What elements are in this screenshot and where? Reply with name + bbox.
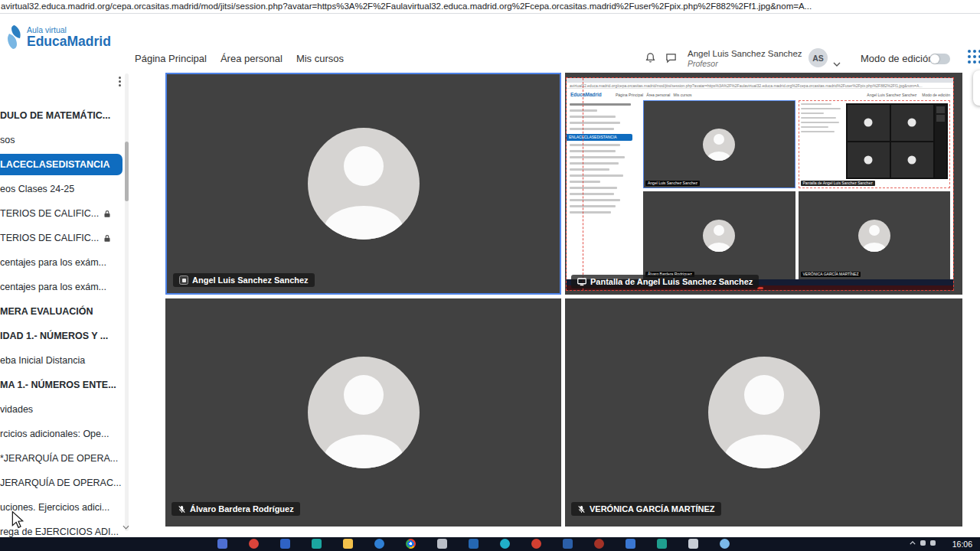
mini-sidebar-text-line <box>570 199 620 201</box>
sidebar-item[interactable]: IDAD 1.- NÚMEROS Y ... <box>0 324 122 348</box>
mini-sidebar-text-line <box>570 109 597 112</box>
video-tile-participant-3[interactable]: VERÓNICA GARCÍA MARTÍNEZ <box>565 298 962 527</box>
mini-sidebar: ENLACECLASEDISTANCIA <box>567 100 640 279</box>
windows-taskbar: 16:06 <box>0 537 980 551</box>
mini-sidebar-text-line <box>570 156 625 158</box>
mic-muted-icon <box>178 505 186 514</box>
apps-grid-icon[interactable] <box>968 50 980 64</box>
app-icon-12[interactable] <box>657 539 667 549</box>
mini-nested-text-line <box>801 103 831 105</box>
sidebar-item[interactable]: centajes para los exám... <box>0 275 122 299</box>
network-icon[interactable] <box>920 540 926 546</box>
system-tray <box>910 540 936 546</box>
mini-avatar <box>703 220 735 252</box>
folder-icon[interactable] <box>343 539 353 549</box>
course-index-sidebar: DULO DE MATEMÁTIC...sosLACECLASEDISTANCI… <box>0 67 130 537</box>
nav-pagina-principal[interactable]: Página Principal <box>135 53 207 64</box>
app-icon-7[interactable] <box>500 539 510 549</box>
app-icon-6[interactable] <box>469 539 479 549</box>
nav-mis-cursos[interactable]: Mis cursos <box>296 53 344 64</box>
educamadrid-logo[interactable]: Aula virtual EducaMadrid <box>6 24 111 51</box>
sidebar-item[interactable]: *JERARQUÍA DE OPERA... <box>0 446 122 471</box>
mini-user-area: Angel Luis Sanchez Sanchez Modo de edici… <box>867 93 950 97</box>
participant-name: VERÓNICA GARCÍA MARTÍNEZ <box>590 504 715 514</box>
mini-tile-screenshare: Pantalla de Angel Luis Sanchez Sanchez <box>799 100 951 188</box>
mini-sidebar-text-line <box>570 128 614 130</box>
app-icon-11[interactable] <box>626 539 635 549</box>
participant-name: Álvaro Bardera Rodríguez <box>190 504 294 514</box>
nav-area-personal[interactable]: Área personal <box>220 53 283 64</box>
sidebar-item[interactable]: TERIOS DE CALIFIC... <box>0 226 122 250</box>
sidebar-item[interactable]: JERARQUÍA DE OPERAC... <box>0 471 122 495</box>
app-icon-3[interactable] <box>280 539 290 549</box>
sidebar-item[interactable]: DULO DE MATEMÁTIC... <box>0 103 122 128</box>
participant-name: Pantalla de Angel Luis Sanchez Sanchez <box>590 277 753 286</box>
mini-nametag: Pantalla de Angel Luis Sanchez Sanchez <box>801 181 875 186</box>
sidebar-item-label: centajes para los exám... <box>0 257 106 268</box>
tray-expand-icon[interactable] <box>910 541 916 545</box>
mini-nested-filmstrip <box>935 105 946 178</box>
messages-icon[interactable] <box>665 52 677 67</box>
sidebar-item[interactable]: eos Clases 24-25 <box>0 177 122 201</box>
mini-nested-text-line <box>801 112 824 114</box>
edge-icon[interactable] <box>374 539 384 549</box>
participant-nametag: Álvaro Bardera Rodríguez <box>172 502 300 516</box>
mic-muted-icon <box>577 505 586 514</box>
sidebar-item[interactable]: MERA EVALUACIÓN <box>0 299 122 324</box>
mini-nested-window <box>846 103 949 179</box>
mini-logo: EducaMadrid <box>570 92 602 97</box>
taskbar-clock[interactable]: 16:06 <box>952 540 972 549</box>
mini-sidebar-text-line <box>570 187 617 189</box>
user-avatar[interactable]: AS <box>808 48 828 67</box>
logo-text: Aula virtual EducaMadrid <box>27 26 111 48</box>
mini-sidebar-text-line <box>570 116 616 118</box>
mini-sidebar-text-line <box>570 150 616 152</box>
chrome-icon[interactable] <box>406 539 416 549</box>
app-icon-9[interactable] <box>563 539 573 549</box>
sidebar-item[interactable]: sos <box>0 128 122 152</box>
page-scrollbar-thumb[interactable] <box>973 70 980 106</box>
browser-address-bar[interactable]: avirtual32.educa.madrid.org/cepa.orcasit… <box>0 0 980 14</box>
sidebar-item[interactable]: vidades <box>0 397 122 422</box>
sidebar-item[interactable]: TERIOS DE CALIFIC... <box>0 201 122 226</box>
sidebar-item-label: JERARQUÍA DE OPERAC... <box>0 478 121 488</box>
mini-nested-text-line <box>801 131 835 132</box>
mini-sidebar-text-line <box>570 174 623 177</box>
app-icon-10[interactable] <box>594 539 604 549</box>
video-tile-screenshare[interactable]: avirtual32.educa.madrid.org/cepa.orcasit… <box>565 73 962 295</box>
mini-nested-grid <box>848 105 934 178</box>
mini-nested-tile <box>848 142 890 178</box>
sidebar-item[interactable]: LACECLASEDISTANCIA <box>0 154 122 175</box>
scroll-down-icon[interactable] <box>122 519 129 533</box>
mini-site-header: EducaMadrid Página Principal Área person… <box>567 90 953 100</box>
mini-sidebar-text-line <box>570 144 620 146</box>
volume-icon[interactable] <box>930 540 936 546</box>
sidebar-scrollbar-thumb[interactable] <box>125 142 129 201</box>
app-icon-4[interactable] <box>312 539 322 549</box>
sidebar-item-label: DULO DE MATEMÁTIC... <box>0 110 110 121</box>
app-icon-8[interactable] <box>531 539 541 549</box>
app-icon-1[interactable] <box>217 539 227 549</box>
taskbar-app-icons <box>217 539 730 549</box>
video-tile-participant-2[interactable]: Álvaro Bardera Rodríguez <box>165 298 561 527</box>
mini-sidebar-text-line <box>570 168 609 171</box>
mini-nested-tile <box>891 105 933 141</box>
avatar-placeholder <box>708 357 820 468</box>
participant-nametag: VERÓNICA GARCÍA MARTÍNEZ <box>571 502 721 516</box>
sidebar-item[interactable]: MA 1.- NÚMEROS ENTE... <box>0 373 122 397</box>
mini-nested-tile <box>848 105 890 141</box>
app-icon-13[interactable] <box>688 539 698 549</box>
app-icon-2[interactable] <box>249 539 259 549</box>
user-menu[interactable]: Angel Luis Sanchez Sanchez Profesor <box>688 49 804 68</box>
edit-mode-toggle[interactable] <box>929 54 950 64</box>
mini-nametag: VERÓNICA GARCÍA MARTÍNEZ <box>801 272 861 277</box>
app-icon-14[interactable] <box>720 539 730 549</box>
sidebar-item[interactable]: centajes para los exám... <box>0 250 122 275</box>
app-icon-5[interactable] <box>437 539 447 549</box>
video-tile-participant-1[interactable]: Angel Luis Sanchez Sanchez <box>165 73 561 295</box>
sidebar-item-label: LACECLASEDISTANCIA <box>0 159 110 170</box>
sidebar-item[interactable]: rcicios adicionales: Ope... <box>0 422 122 446</box>
sidebar-item[interactable]: eba Inicial Distancia <box>0 348 122 373</box>
kebab-menu-icon[interactable] <box>119 75 121 88</box>
notifications-bell-icon[interactable] <box>645 52 656 67</box>
